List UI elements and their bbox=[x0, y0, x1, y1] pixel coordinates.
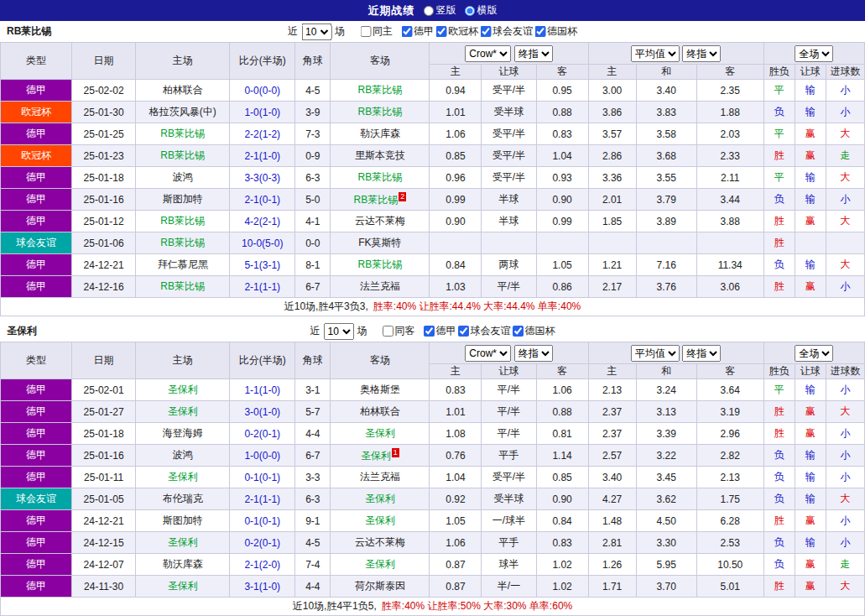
match-score[interactable]: 2-1(1-1) bbox=[230, 276, 295, 298]
team-link[interactable]: 圣保利 bbox=[168, 536, 198, 548]
odds-company-select[interactable]: Crow* bbox=[465, 345, 511, 362]
team-link[interactable]: 拜仁慕尼黑 bbox=[158, 258, 208, 270]
match-score[interactable]: 1-1(1-0) bbox=[230, 379, 295, 401]
odds-company-select[interactable]: Crow* bbox=[465, 45, 511, 62]
match-score[interactable]: 2-1(1-1) bbox=[230, 488, 295, 510]
team-link[interactable]: RB莱比锡 bbox=[160, 215, 205, 227]
match-score[interactable]: 2-1(1-0) bbox=[230, 145, 295, 167]
euro-time-select[interactable]: 终指 bbox=[682, 345, 721, 362]
match-score[interactable]: 0-1(0-1) bbox=[230, 467, 295, 488]
league-checkbox[interactable] bbox=[534, 26, 545, 37]
team-link[interactable]: 柏林联合 bbox=[163, 84, 203, 96]
match-score[interactable]: 5-1(3-1) bbox=[230, 254, 295, 276]
horizontal-layout-radio[interactable] bbox=[465, 6, 475, 16]
match-score[interactable]: 0-0(0-0) bbox=[230, 80, 295, 102]
match-score[interactable]: 2-1(2-0) bbox=[230, 554, 295, 576]
team-link[interactable]: 圣保利 bbox=[168, 471, 198, 483]
euro-time-select[interactable]: 终指 bbox=[682, 45, 721, 62]
league-filter[interactable]: 欧冠杯 bbox=[435, 24, 478, 39]
team-link[interactable]: 里斯本竞技 bbox=[355, 149, 405, 161]
team-link[interactable]: 法兰克福 bbox=[360, 471, 400, 483]
team-link[interactable]: RB莱比锡 bbox=[358, 171, 403, 183]
team-link[interactable]: RB莱比锡 bbox=[354, 194, 399, 206]
team-link[interactable]: 布伦瑞克 bbox=[163, 493, 203, 504]
match-score[interactable]: 1-0(1-0) bbox=[230, 102, 295, 123]
team-link[interactable]: 云达不莱梅 bbox=[355, 536, 405, 548]
league-filter[interactable]: 德甲 bbox=[401, 24, 434, 39]
match-score[interactable]: 1-0(0-0) bbox=[230, 445, 295, 467]
team-link[interactable]: 斯图加特 bbox=[163, 514, 203, 526]
match-score[interactable]: 2-2(1-2) bbox=[230, 123, 295, 145]
league-checkbox[interactable] bbox=[435, 26, 446, 37]
league-checkbox[interactable] bbox=[513, 326, 524, 337]
match-score[interactable]: 3-1(1-0) bbox=[230, 576, 295, 598]
team-link[interactable]: 圣保利 bbox=[168, 580, 198, 592]
team-link[interactable]: 奥格斯堡 bbox=[360, 384, 400, 395]
same-venue-filter[interactable]: 同客 bbox=[383, 324, 415, 338]
team-link[interactable]: 云达不莱梅 bbox=[355, 215, 405, 227]
team-link[interactable]: 圣保利 bbox=[365, 493, 395, 504]
team-link[interactable]: 圣保利 bbox=[365, 558, 395, 570]
same-venue-checkbox[interactable] bbox=[360, 26, 371, 37]
team-link[interactable]: 圣保利 bbox=[365, 514, 395, 526]
team-link[interactable]: 圣保利 bbox=[168, 405, 198, 417]
euro-company-select[interactable]: 平均值 bbox=[631, 45, 680, 62]
league-checkbox[interactable] bbox=[458, 326, 469, 337]
team-link[interactable]: 圣保利 bbox=[168, 384, 198, 395]
team-link[interactable]: RB莱比锡 bbox=[160, 280, 205, 292]
team-link[interactable]: 斯图加特 bbox=[163, 193, 203, 205]
league-checkbox[interactable] bbox=[424, 326, 435, 337]
match-score[interactable]: 0-1(0-1) bbox=[230, 510, 295, 532]
team-link[interactable]: 格拉茨风暴(中) bbox=[149, 106, 216, 117]
scope-select[interactable]: 全场 bbox=[795, 345, 833, 362]
odds-value: 2.35 bbox=[696, 80, 763, 102]
euro-company-select[interactable]: 平均值 bbox=[631, 345, 680, 362]
odds-value: 1.71 bbox=[588, 576, 636, 598]
same-venue-checkbox[interactable] bbox=[383, 326, 393, 337]
team-link[interactable]: FK莫斯特 bbox=[358, 237, 401, 248]
match-count-select[interactable]: 10 bbox=[301, 23, 331, 40]
team-link[interactable]: RB莱比锡 bbox=[358, 84, 403, 96]
team-link[interactable]: 勒沃库森 bbox=[163, 558, 203, 570]
league-filter[interactable]: 德甲 bbox=[424, 324, 456, 338]
team-link[interactable]: RB莱比锡 bbox=[358, 106, 403, 117]
team-link[interactable]: 法兰克福 bbox=[360, 280, 400, 292]
match-score[interactable]: 0-2(0-1) bbox=[230, 532, 295, 554]
team-link[interactable]: 海登海姆 bbox=[163, 427, 203, 439]
league-filter[interactable]: 球会友谊 bbox=[458, 324, 511, 338]
team-link[interactable]: 柏林联合 bbox=[360, 405, 400, 417]
odds-time-select[interactable]: 终指 bbox=[514, 45, 553, 62]
league-checkbox[interactable] bbox=[480, 26, 491, 37]
team-link[interactable]: 勒沃库森 bbox=[360, 128, 400, 139]
same-venue-filter[interactable]: 同主 bbox=[360, 24, 393, 39]
team-link[interactable]: 圣保利 bbox=[365, 427, 395, 439]
team-link[interactable]: RB莱比锡 bbox=[160, 237, 205, 248]
result-value: 平 bbox=[763, 379, 795, 401]
section-header: RB莱比锡 近 10 场 同主 德甲欧冠杯球会友谊德国杯 bbox=[0, 21, 865, 42]
layout-horizontal-option[interactable]: 横版 bbox=[465, 3, 498, 18]
team-link[interactable]: RB莱比锡 bbox=[160, 128, 205, 139]
team-link[interactable]: RB莱比锡 bbox=[160, 149, 205, 161]
league-checkbox[interactable] bbox=[401, 26, 412, 37]
layout-vertical-option[interactable]: 竖版 bbox=[424, 3, 456, 18]
team-link[interactable]: RB莱比锡 bbox=[358, 258, 403, 270]
match-score[interactable]: 3-3(0-3) bbox=[230, 167, 295, 189]
match-score[interactable]: 2-1(0-1) bbox=[230, 189, 295, 211]
match-score[interactable]: 4-2(2-1) bbox=[230, 211, 295, 232]
match-count-select[interactable]: 10 bbox=[324, 323, 354, 340]
league-filter[interactable]: 德国杯 bbox=[513, 324, 555, 338]
match-score[interactable]: 10-0(5-0) bbox=[230, 232, 295, 254]
league-filter[interactable]: 球会友谊 bbox=[480, 24, 533, 39]
team-link[interactable]: 波鸿 bbox=[173, 171, 193, 183]
scope-select[interactable]: 全场 bbox=[795, 45, 833, 62]
odds-time-select[interactable]: 终指 bbox=[514, 345, 553, 362]
team-link[interactable]: 荷尔斯泰因 bbox=[355, 580, 405, 592]
odds-value: 平/半 bbox=[482, 276, 536, 298]
match-score[interactable]: 3-0(1-0) bbox=[230, 401, 295, 423]
match-score[interactable]: 0-2(0-1) bbox=[230, 423, 295, 445]
result-value: 赢 bbox=[795, 423, 826, 445]
vertical-layout-radio[interactable] bbox=[424, 6, 434, 16]
league-filter[interactable]: 德国杯 bbox=[534, 24, 577, 39]
team-link[interactable]: 波鸿 bbox=[173, 449, 193, 461]
team-link[interactable]: 圣保利 bbox=[361, 450, 391, 462]
